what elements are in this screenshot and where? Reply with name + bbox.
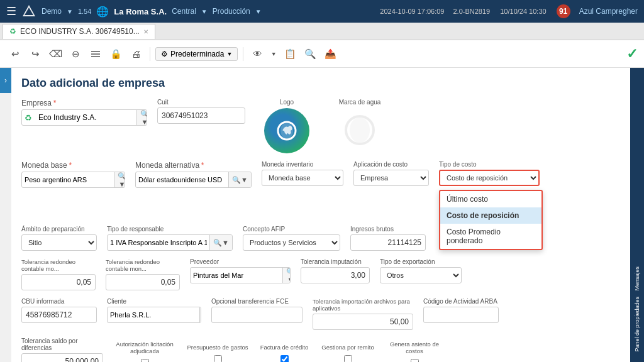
minus-button[interactable]: ⊖ xyxy=(67,45,84,63)
main-content: › Dato adicional de empresa Empresa * ♻ … xyxy=(0,68,644,362)
predeterminada-button[interactable]: ⚙ Predeterminada ▼ xyxy=(155,47,238,61)
ingresos-brutos-input[interactable] xyxy=(350,234,426,251)
nav-expand-button[interactable]: › xyxy=(0,68,11,93)
gestiona-remito-checkbox[interactable] xyxy=(344,355,352,362)
save-checkmark-button[interactable]: ✓ xyxy=(626,46,638,62)
factura-credito-label: Factura de crédito xyxy=(260,344,309,351)
concepto-afip-select[interactable]: Productos y Servicios xyxy=(243,234,340,251)
proveedor-input[interactable] xyxy=(191,269,282,282)
view-button[interactable]: 👁 xyxy=(248,45,266,63)
cbu-label: CBU informada xyxy=(21,298,97,305)
chevron-right-icon: › xyxy=(4,76,7,85)
top-navigation: ☰ Demo ▼ 1.54 🌐 La Roma S.A. Central ▼ P… xyxy=(0,0,644,23)
moneda-base-input[interactable] xyxy=(22,173,114,186)
eco-industry-tab[interactable]: ♻ ECO INDUSTRY S.A. 306749510... ✕ xyxy=(3,24,155,39)
cbu-field: CBU informada xyxy=(21,298,97,323)
tipo-costo-select[interactable]: Costo de reposición xyxy=(439,170,540,186)
undo-button[interactable]: ↩ xyxy=(6,45,24,63)
layers-button[interactable] xyxy=(87,45,104,63)
tolerancia-arch-label: Tolerancia importación archivos para apl… xyxy=(313,298,413,312)
notification-badge[interactable]: 91 xyxy=(557,4,570,18)
export-button[interactable]: 📤 xyxy=(321,45,339,63)
moneda-alt-search-button[interactable]: 🔍▼ xyxy=(228,172,251,187)
tolerancia-imp-input[interactable] xyxy=(301,267,370,283)
aplicacion-costo-select[interactable]: Empresa xyxy=(353,170,429,186)
tolerancia-red1-input[interactable] xyxy=(21,274,96,290)
moneda-alt-input[interactable] xyxy=(136,173,228,186)
redo-button[interactable]: ↪ xyxy=(26,45,44,63)
dropdown-item-ultimo-costo[interactable]: Último costo xyxy=(440,191,541,207)
genera-asiento-label: Genera asiento de costos xyxy=(386,341,443,354)
cbu-input[interactable] xyxy=(21,307,97,323)
cuit-input[interactable] xyxy=(157,107,245,124)
factura-credito-field: Factura de crédito xyxy=(259,344,309,362)
tolerancia-arch-field: Tolerancia importación archivos para apl… xyxy=(313,298,413,330)
erase-button[interactable]: ⌫ xyxy=(47,45,64,63)
moneda-base-search-button[interactable]: 🔍▼ xyxy=(114,172,125,187)
print-button[interactable]: 🖨 xyxy=(127,45,145,63)
lock-button[interactable]: 🔒 xyxy=(107,45,125,63)
app-logo xyxy=(21,4,36,19)
codigo-arba-input[interactable] xyxy=(423,307,499,323)
datetime-label: 2024-10-09 17:06:09 xyxy=(380,8,444,15)
logo-label: Logo xyxy=(280,99,294,106)
tolerancia-saldo-input[interactable] xyxy=(21,353,103,362)
globe-icon: 🌐 xyxy=(96,6,109,18)
tolerancia-red2-label: Tolerancia redondeo contable mon... xyxy=(106,258,180,272)
genera-asiento-field: Genera asiento de costos xyxy=(386,341,443,363)
produccion-arrow-icon[interactable]: ▼ xyxy=(255,8,262,15)
cliente-input[interactable] xyxy=(108,309,199,321)
tipo-responsable-wrapper: 🔍▼ xyxy=(107,234,233,251)
form-row-4: Tolerancia redondeo contable mo... Toler… xyxy=(21,258,620,290)
ambito-select[interactable]: Sitio xyxy=(21,234,97,251)
central-arrow-icon[interactable]: ▼ xyxy=(201,8,208,15)
tab-label: ECO INDUSTRY S.A. 306749510... xyxy=(20,27,140,36)
tolerancia-arch-input[interactable] xyxy=(313,314,413,330)
cliente-search-button[interactable]: 🔍▼ xyxy=(199,307,201,322)
proveedor-field: Proveedor 🔍▼ xyxy=(190,258,291,283)
hamburger-icon[interactable]: ☰ xyxy=(6,4,16,18)
version-info-label: 2.0-BN2819 xyxy=(453,8,491,15)
tipo-exportacion-field: Tipo de exportación Otros xyxy=(380,258,462,283)
logo-image xyxy=(264,108,309,153)
view-arrow-button[interactable]: ▼ xyxy=(269,45,279,63)
pred-arrow-icon: ▼ xyxy=(226,51,232,57)
moneda-inv-select[interactable]: Moneda base xyxy=(262,170,343,186)
aplicacion-costo-label: Aplicación de costo xyxy=(353,161,429,168)
dropdown-item-costo-reposicion[interactable]: Costo de reposición xyxy=(440,207,541,224)
opcional-fce-input[interactable] xyxy=(212,309,303,321)
opcional-fce-field: Opcional transferencia FCE 🔍▼ xyxy=(211,298,303,323)
tipo-responsable-input[interactable] xyxy=(108,236,209,249)
autorizacion-checkbox[interactable] xyxy=(141,359,149,363)
empresa-search-button[interactable]: 🔍▼ xyxy=(136,110,147,125)
form-row-1: Empresa * ♻ 🔍▼ Cuit Logo xyxy=(21,99,620,153)
produccion-label: Producción xyxy=(213,7,250,16)
moneda-alt-wrapper: 🔍▼ xyxy=(135,172,252,188)
tab-bar: ♻ ECO INDUSTRY S.A. 306749510... ✕ xyxy=(0,23,644,40)
toolbar-separator-2 xyxy=(243,47,243,61)
proveedor-label: Proveedor xyxy=(190,258,291,265)
clipboard-button[interactable]: 📋 xyxy=(281,45,299,63)
tipo-responsable-field: Tipo de responsable 🔍▼ xyxy=(107,226,233,251)
tipo-exportacion-select[interactable]: Otros xyxy=(380,267,462,283)
dropdown-item-costo-promedio[interactable]: Costo Promedio ponderado xyxy=(440,224,541,249)
demo-arrow-icon[interactable]: ▼ xyxy=(67,8,73,15)
cuit-field: Cuit xyxy=(157,99,245,124)
moneda-inv-label: Moneda inventario xyxy=(262,161,343,168)
presupuesto-checkbox[interactable] xyxy=(214,355,222,362)
search-docs-button[interactable]: 🔍 xyxy=(301,45,319,63)
tab-close-icon[interactable]: ✕ xyxy=(143,28,148,35)
tolerancia-red1-field: Tolerancia redondeo contable mo... xyxy=(21,258,96,290)
tipo-responsable-search-button[interactable]: 🔍▼ xyxy=(209,235,232,250)
marca-agua-label: Marca de agua xyxy=(339,99,381,106)
mensajes-label[interactable]: Mensajes xyxy=(634,266,640,291)
panel-propiedades-label[interactable]: Panel de propiedades xyxy=(634,297,640,352)
autorizacion-field: Autorización licitación adjudicada xyxy=(113,341,176,363)
proveedor-search-button[interactable]: 🔍▼ xyxy=(282,268,291,283)
tolerancia-red2-input[interactable] xyxy=(106,274,180,290)
genera-asiento-checkbox[interactable] xyxy=(411,359,419,363)
empresa-input[interactable] xyxy=(35,111,136,124)
autorizacion-label: Autorización licitación adjudicada xyxy=(113,341,176,354)
factura-credito-checkbox[interactable] xyxy=(280,355,289,362)
moneda-base-label: Moneda base * xyxy=(21,161,125,170)
